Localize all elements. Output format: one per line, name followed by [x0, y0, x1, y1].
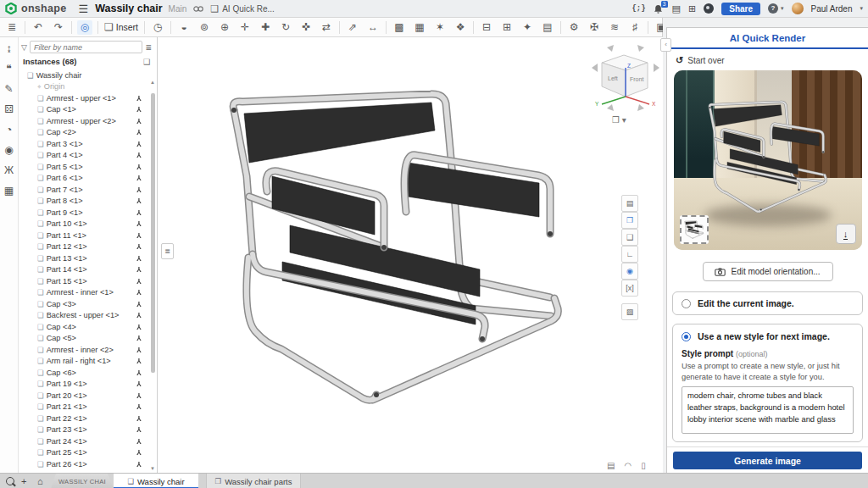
snap-mode-icon[interactable]: ✛ — [237, 20, 253, 35]
tree-origin-row[interactable]: ⌖ Origin — [19, 81, 148, 93]
mate-indicator-icon[interactable]: Y — [136, 277, 142, 286]
mate-indicator-icon[interactable]: Y — [136, 346, 142, 354]
mate-connector-icon[interactable]: ⊕ — [217, 20, 232, 35]
app-store-icon[interactable]: ⊞ — [688, 3, 696, 14]
undo-icon[interactable]: ↶ — [31, 20, 46, 35]
configurations-panel-icon[interactable]: ⚄ — [4, 103, 13, 115]
onshape-logo-icon[interactable] — [5, 3, 17, 14]
graphics-viewport[interactable]: ≣ Left Front Z Y X ❒ ▾ ▤❐❑∟◉[x]▨ ▤◠▯ — [158, 37, 663, 473]
share-button[interactable]: Share — [721, 3, 760, 15]
mate-indicator-icon[interactable]: Y — [136, 242, 142, 251]
spreadsheet-icon[interactable]: ▤ — [672, 3, 681, 14]
comments-icon[interactable]: ❝ — [6, 63, 11, 75]
mate-indicator-icon[interactable]: Y — [136, 151, 142, 159]
replicate-icon[interactable]: ✶ — [432, 20, 448, 35]
tree-item[interactable]: ❏Part 12 <1>Y — [19, 241, 148, 253]
tree-item[interactable]: ❏Backrest - upper <1>Y — [19, 310, 148, 322]
tree-item[interactable]: ❏Part 8 <1>Y — [19, 196, 148, 208]
scroll-down-icon[interactable]: ▼ — [150, 466, 155, 471]
radio-new-style[interactable] — [682, 332, 691, 341]
snapshot-icon[interactable]: ✦ — [520, 20, 535, 35]
mate-indicator-icon[interactable]: Y — [136, 219, 142, 228]
spring-icon[interactable]: ≋ — [607, 20, 622, 35]
feature-list-icon[interactable]: ≣ — [4, 20, 19, 35]
configurations-icon[interactable]: ⚙ — [566, 20, 581, 35]
chair-3d-model[interactable] — [195, 68, 602, 441]
feature-panel-icon[interactable]: ▤ — [621, 195, 638, 212]
copy-state-icon[interactable]: ❐ — [621, 212, 638, 229]
versions-icon[interactable]: ◔ — [6, 124, 12, 136]
mate-indicator-icon[interactable]: Y — [136, 197, 142, 205]
main-menu-icon[interactable]: ☰ — [79, 3, 89, 15]
tree-item[interactable]: ❏Part 21 <1>Y — [19, 402, 148, 413]
learning-center-icon[interactable] — [704, 3, 714, 14]
model-thumbnail[interactable] — [680, 215, 709, 244]
panel-collapse-handle[interactable]: ‹ — [660, 38, 671, 52]
tree-item[interactable]: ❏Part 10 <1>Y — [19, 219, 148, 230]
follow-mode-icon[interactable]: ↨ — [7, 42, 12, 54]
tree-item[interactable]: ❏Part 3 <1>Y — [19, 138, 148, 150]
frame-icon[interactable]: ♯ — [627, 20, 643, 35]
mate-indicator-icon[interactable]: Y — [136, 254, 142, 263]
edit-orientation-button[interactable]: Edit model orientation... — [703, 262, 833, 281]
tree-item[interactable]: ❏Armrest - inner <1>Y — [19, 287, 148, 299]
notifications-bell-icon[interactable]: 3 — [654, 3, 665, 14]
filter-input[interactable] — [30, 41, 143, 53]
new-style-option[interactable]: Use a new style for next image. Style pr… — [672, 324, 863, 442]
radio-edit-current[interactable] — [682, 299, 691, 308]
panel-slide-handle[interactable]: ≣ — [161, 243, 174, 259]
export-icon[interactable]: ▤ — [607, 461, 615, 470]
mate-indicator-icon[interactable]: Y — [136, 300, 142, 308]
mate-indicator-icon[interactable]: Y — [136, 460, 142, 469]
start-over-button[interactable]: ↺ Start over — [676, 55, 868, 66]
rotate-icon[interactable]: ↻ — [278, 20, 293, 35]
search-records-icon[interactable]: ◉ — [4, 144, 13, 156]
move-icon[interactable]: ✚ — [258, 20, 273, 35]
planar-mate-icon[interactable]: ✜ — [298, 20, 314, 35]
tab-wassily-chair[interactable]: ❑ Wassily chair — [114, 474, 198, 488]
bom-icon[interactable]: ⊟ — [479, 20, 494, 35]
view-options-menu[interactable]: ❒ ▾ — [612, 115, 626, 125]
onshape-wordmark[interactable]: onshape — [21, 3, 67, 14]
circular-pattern-icon[interactable]: ▩ — [392, 20, 407, 35]
variables-icon[interactable]: [x] — [621, 280, 638, 297]
code-icon[interactable]: {;} — [632, 4, 645, 13]
history-icon[interactable]: ◷ — [150, 20, 165, 35]
panel-popout-icon[interactable]: ❑ — [143, 58, 150, 66]
tree-item[interactable]: ❏Cap <3>Y — [19, 298, 148, 310]
slider-mate-icon[interactable]: ⇄ — [319, 20, 334, 35]
pattern-icon[interactable]: ▦ — [412, 20, 427, 35]
add-tab-button[interactable]: + — [21, 474, 26, 488]
tree-item[interactable]: ❏Arm rail - right <1>Y — [19, 356, 148, 368]
mate-indicator-icon[interactable]: Y — [136, 117, 142, 125]
mate-indicator-icon[interactable]: Y — [136, 186, 142, 194]
tree-item[interactable]: ❏Part 23 <1>Y — [19, 424, 148, 436]
mate-indicator-icon[interactable]: Y — [136, 231, 142, 240]
mate-indicator-icon[interactable]: Y — [136, 414, 142, 423]
notes-icon[interactable]: ✎ — [4, 83, 13, 95]
transform-icon[interactable]: ⇗ — [345, 20, 360, 35]
tree-item[interactable]: ❏Armrest - inner <2>Y — [19, 344, 148, 356]
mate-indicator-icon[interactable]: Y — [136, 448, 142, 457]
mate-indicator-icon[interactable]: Y — [136, 425, 142, 434]
tree-item[interactable]: ❏Part 24 <1>Y — [19, 435, 148, 447]
tree-item[interactable]: ❏Part 22 <1>Y — [19, 413, 148, 424]
tree-item[interactable]: ❏Armrest - upper <1>Y — [19, 92, 148, 104]
home-tab-icon[interactable]: ⌂ — [37, 474, 43, 488]
camera-icon[interactable]: ◠ — [624, 461, 632, 470]
display-states-icon[interactable]: ▤ — [540, 20, 555, 35]
mate-indicator-icon[interactable]: Y — [136, 163, 142, 171]
tree-item[interactable]: ❏Part 26 <1>Y — [19, 458, 148, 470]
fastener-icon[interactable]: ✠ — [587, 20, 602, 35]
tree-item[interactable]: ❏Part 4 <1>Y — [19, 150, 148, 162]
select-tool-icon[interactable]: ◎ — [77, 20, 92, 35]
tree-item[interactable]: ❏Armrest - upper <2>Y — [19, 115, 148, 127]
tab-wassily-chair-parts[interactable]: ❒ Wassily chair parts — [206, 474, 301, 488]
tree-item[interactable]: ❏Cap <5>Y — [19, 333, 148, 345]
mate-indicator-icon[interactable]: Y — [136, 174, 142, 182]
document-title[interactable]: Wassily chair — [95, 3, 162, 14]
search-tabs-icon[interactable] — [6, 477, 14, 485]
mate-indicator-icon[interactable]: Y — [136, 128, 142, 136]
mate-icon[interactable]: ◒ — [176, 20, 192, 35]
user-caret-icon[interactable]: ▾ — [860, 5, 863, 12]
